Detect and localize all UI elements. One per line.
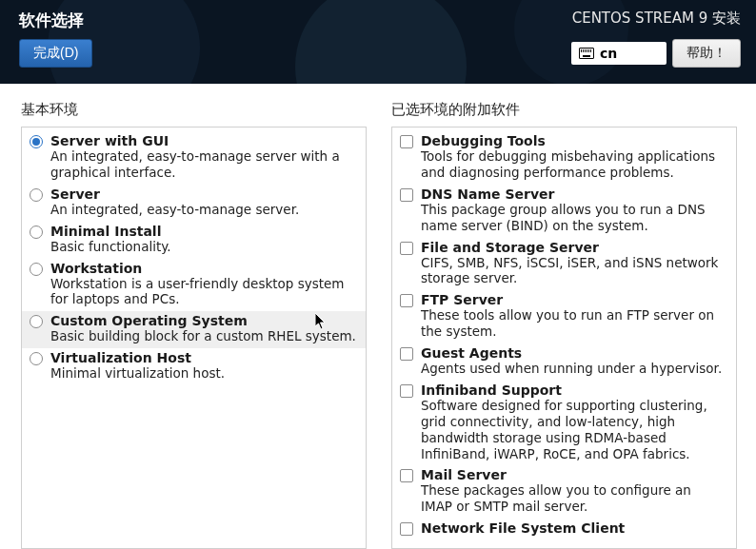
env-option-minimal[interactable]: Minimal InstallBasic functionality.	[22, 222, 366, 259]
option-desc: CIFS, SMB, NFS, iSCSI, iSER, and iSNS ne…	[421, 255, 726, 287]
env-option-server[interactable]: ServerAn integrated, easy-to-manage serv…	[22, 185, 366, 222]
option-title: Minimal Install	[50, 224, 356, 239]
checkbox-icon[interactable]	[400, 384, 413, 398]
option-title: Server with GUI	[50, 133, 356, 148]
option-text: Mail ServerThese packages allow you to c…	[421, 467, 726, 515]
radio-icon[interactable]	[30, 135, 43, 148]
addons-heading: 已选环境的附加软件	[391, 101, 737, 119]
checkbox-icon[interactable]	[400, 294, 413, 307]
option-title: Virtualization Host	[50, 350, 356, 365]
help-button[interactable]: 帮助！	[672, 39, 741, 68]
addons-column: 已选环境的附加软件 Debugging ToolsTools for debug…	[391, 101, 737, 549]
checkbox-icon[interactable]	[400, 188, 413, 202]
option-text: Guest AgentsAgents used when running und…	[421, 345, 726, 377]
env-option-server-gui[interactable]: Server with GUIAn integrated, easy-to-ma…	[22, 131, 366, 185]
env-option-workstation[interactable]: WorkstationWorkstation is a user-friendl…	[22, 259, 366, 312]
option-text: Virtualization HostMinimal virtualizatio…	[50, 350, 356, 382]
env-option-virt-host[interactable]: Virtualization HostMinimal virtualizatio…	[22, 348, 366, 385]
option-title: Mail Server	[421, 467, 726, 482]
checkbox-icon[interactable]	[400, 135, 413, 148]
option-title: DNS Name Server	[421, 186, 726, 202]
option-desc: Basic functionality.	[50, 239, 356, 255]
checkbox-icon[interactable]	[400, 242, 413, 255]
option-text: DNS Name ServerThis package group allows…	[421, 186, 726, 234]
option-title: Debugging Tools	[421, 133, 726, 148]
option-title: FTP Server	[421, 292, 726, 307]
content: 基本环境 Server with GUIAn integrated, easy-…	[0, 84, 756, 549]
option-desc: An integrated, easy-to-manage server wit…	[50, 148, 356, 181]
option-desc: These packages allow you to configure an…	[421, 482, 726, 515]
done-button[interactable]: 完成(D)	[19, 39, 92, 68]
option-text: FTP ServerThese tools allow you to run a…	[421, 292, 726, 340]
option-text: Infiniband SupportSoftware designed for …	[421, 382, 726, 462]
keyboard-icon	[579, 48, 594, 59]
option-text: Debugging ToolsTools for debugging misbe…	[421, 133, 726, 181]
checkbox-icon[interactable]	[400, 522, 413, 536]
option-desc: This package group allows you to run a D…	[421, 202, 726, 234]
option-title: File and Storage Server	[421, 240, 726, 255]
keyboard-layout-code: cn	[600, 46, 617, 61]
addon-option-infiniband[interactable]: Infiniband SupportSoftware designed for …	[392, 381, 736, 466]
option-desc: Basic building block for a custom RHEL s…	[50, 328, 356, 344]
option-text: WorkstationWorkstation is a user-friendl…	[50, 261, 356, 308]
addon-option-debugging[interactable]: Debugging ToolsTools for debugging misbe…	[392, 131, 736, 185]
option-desc: Agents used when running under a hypervi…	[421, 361, 726, 377]
env-option-custom-os[interactable]: Custom Operating SystemBasic building bl…	[22, 311, 366, 348]
option-title: Network File System Client	[421, 520, 726, 536]
option-desc: Workstation is a user-friendly desktop s…	[50, 276, 356, 308]
option-title: Custom Operating System	[50, 313, 356, 328]
addon-option-ftp[interactable]: FTP ServerThese tools allow you to run a…	[392, 290, 736, 343]
keyboard-layout-button[interactable]: cn	[571, 42, 666, 65]
base-env-pane[interactable]: Server with GUIAn integrated, easy-to-ma…	[21, 127, 367, 549]
product-name: CENTOS STREAM 9 安装	[572, 10, 741, 28]
radio-icon[interactable]	[30, 315, 43, 328]
option-title: Guest Agents	[421, 345, 726, 361]
base-env-column: 基本环境 Server with GUIAn integrated, easy-…	[21, 101, 367, 549]
option-desc: Software designed for supporting cluster…	[421, 398, 726, 462]
option-text: Network File System Client	[421, 520, 726, 536]
base-env-heading: 基本环境	[21, 101, 367, 119]
option-desc: These tools allow you to run an FTP serv…	[421, 307, 726, 340]
option-text: Minimal InstallBasic functionality.	[50, 224, 356, 255]
radio-icon[interactable]	[30, 263, 43, 276]
addon-option-file-storage[interactable]: File and Storage ServerCIFS, SMB, NFS, i…	[392, 238, 736, 291]
page-title: 软件选择	[19, 10, 84, 31]
option-title: Workstation	[50, 261, 356, 276]
option-text: ServerAn integrated, easy-to-manage serv…	[50, 186, 356, 218]
addon-option-mail[interactable]: Mail ServerThese packages allow you to c…	[392, 465, 736, 519]
option-desc: Minimal virtualization host.	[50, 365, 356, 382]
option-text: Server with GUIAn integrated, easy-to-ma…	[50, 133, 356, 181]
addon-option-guest-agents[interactable]: Guest AgentsAgents used when running und…	[392, 343, 736, 381]
addon-option-dns[interactable]: DNS Name ServerThis package group allows…	[392, 185, 736, 238]
addon-option-nfs-client[interactable]: Network File System Client	[392, 519, 736, 539]
radio-icon[interactable]	[30, 225, 43, 239]
option-text: Custom Operating SystemBasic building bl…	[50, 313, 356, 344]
header: 软件选择 CENTOS STREAM 9 安装 完成(D) cn 帮助！	[0, 0, 756, 84]
radio-icon[interactable]	[30, 188, 43, 202]
checkbox-icon[interactable]	[400, 469, 413, 482]
checkbox-icon[interactable]	[400, 347, 413, 361]
option-desc: An integrated, easy-to-manage server.	[50, 202, 356, 218]
option-title: Server	[50, 186, 356, 202]
option-text: File and Storage ServerCIFS, SMB, NFS, i…	[421, 240, 726, 287]
radio-icon[interactable]	[30, 352, 43, 365]
addons-pane[interactable]: Debugging ToolsTools for debugging misbe…	[391, 127, 737, 549]
option-title: Infiniband Support	[421, 382, 726, 398]
option-desc: Tools for debugging misbehaving applicat…	[421, 148, 726, 181]
